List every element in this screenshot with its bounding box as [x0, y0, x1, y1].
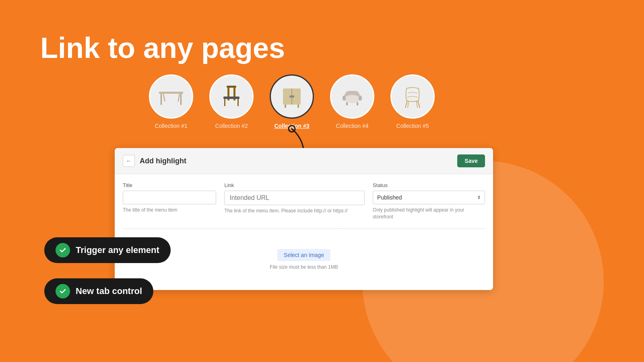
svg-rect-10 [237, 99, 239, 106]
newtab-check-icon [56, 284, 70, 298]
collection-item-4[interactable]: Collection #4 [330, 74, 374, 129]
svg-rect-15 [285, 105, 286, 108]
svg-rect-4 [178, 94, 180, 102]
collection-image-2 [209, 74, 254, 119]
panel-body: Title The title of the menu item Link Th… [115, 174, 493, 290]
svg-rect-0 [159, 92, 183, 94]
collection-image-5 [390, 74, 435, 119]
collection-label-1: Collection #1 [155, 123, 188, 129]
link-hint: The link of the menu item. Please includ… [224, 208, 365, 214]
svg-rect-16 [297, 105, 299, 108]
collection-image-4 [330, 74, 374, 119]
collection-item-1[interactable]: Collection #1 [149, 74, 193, 129]
svg-line-26 [408, 101, 409, 108]
panel-divider [123, 228, 485, 229]
link-form-group: Link The link of the menu item. Please i… [224, 182, 365, 214]
svg-point-13 [289, 95, 292, 98]
title-label: Title [123, 182, 216, 188]
status-form-group: Status Published Draft Only published hi… [373, 182, 485, 220]
link-input[interactable] [224, 191, 365, 205]
panel-title: Add highlight [140, 157, 186, 165]
svg-line-27 [417, 101, 417, 108]
title-input[interactable] [123, 191, 216, 204]
trigger-check-icon [56, 243, 70, 257]
collection-label-4: Collection #4 [336, 123, 369, 129]
admin-panel: ← Add highlight Save Title The title of … [115, 148, 493, 290]
collection-label-2: Collection #2 [215, 123, 248, 129]
page-title: Link to any pages [40, 32, 285, 64]
newtab-badge-text: New tab control [76, 286, 142, 296]
collections-row: Collection #1 Collection #2 [149, 74, 435, 129]
svg-line-25 [418, 101, 420, 108]
title-form-group: Title The title of the menu item [123, 182, 216, 214]
newtab-badge: New tab control [44, 278, 153, 304]
select-image-button[interactable]: Select an image [277, 249, 330, 261]
panel-header-left: ← Add highlight [123, 155, 186, 167]
trigger-badge-text: Trigger any element [76, 245, 159, 255]
svg-point-14 [292, 95, 294, 98]
svg-rect-9 [224, 99, 225, 106]
svg-rect-22 [346, 102, 348, 105]
panel-header: ← Add highlight Save [115, 148, 493, 174]
svg-point-19 [344, 95, 360, 103]
svg-rect-3 [163, 94, 165, 102]
title-hint: The title of the menu item [123, 207, 216, 214]
svg-rect-20 [343, 96, 346, 101]
svg-rect-21 [359, 96, 362, 101]
status-label: Status [373, 182, 485, 188]
image-upload-area: Select an image File size must be less t… [123, 237, 485, 282]
collection-item-5[interactable]: Collection #5 [390, 74, 435, 129]
svg-rect-1 [161, 94, 162, 105]
svg-rect-2 [180, 94, 182, 105]
collection-item-3[interactable]: Collection #3 [270, 74, 314, 129]
back-button[interactable]: ← [123, 155, 135, 167]
link-label: Link [224, 182, 365, 188]
collection-label-5: Collection #5 [396, 123, 429, 129]
collection-image-3 [270, 74, 314, 119]
save-button[interactable]: Save [457, 154, 485, 167]
svg-rect-7 [227, 86, 236, 88]
file-size-hint: File size must be less than 1MB [135, 264, 473, 270]
status-select-wrapper: Published Draft [373, 191, 485, 204]
svg-line-24 [405, 101, 407, 108]
form-row: Title The title of the menu item Link Th… [123, 182, 485, 220]
svg-rect-23 [357, 102, 358, 105]
trigger-badge: Trigger any element [44, 237, 171, 263]
status-select[interactable]: Published Draft [373, 191, 485, 204]
svg-rect-8 [223, 97, 239, 99]
collection-image-1 [149, 74, 193, 119]
status-hint: Only published highlight will appear in … [373, 207, 485, 220]
collection-item-2[interactable]: Collection #2 [209, 74, 254, 129]
